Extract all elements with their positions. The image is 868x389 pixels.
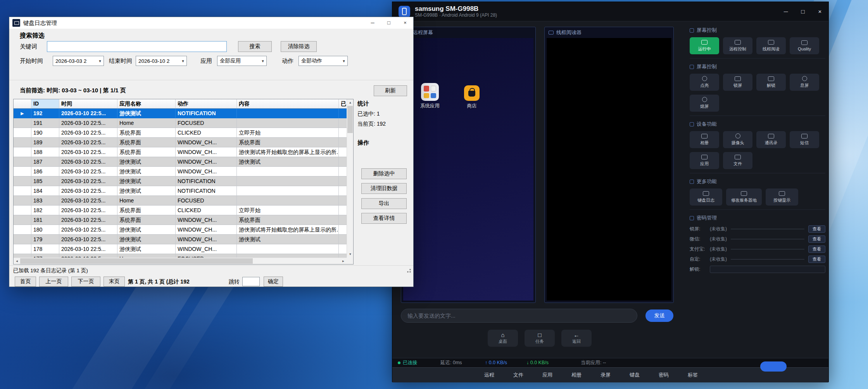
- dock-tab[interactable]: 标签: [688, 372, 698, 379]
- view-password-button[interactable]: 查看: [808, 256, 825, 263]
- start-time-picker[interactable]: 2026-03-03 2 ▾: [53, 56, 104, 66]
- log-row-189[interactable]: 1892026-03-10 22:5...系统界面WINDOW_CH...系统界…: [14, 138, 347, 147]
- dock-tab[interactable]: 键盘: [630, 372, 640, 379]
- view-password-button[interactable]: 查看: [808, 225, 825, 233]
- server-edit-button[interactable]: 修改服务器地: [726, 188, 762, 206]
- column-header-id[interactable]: ID: [31, 99, 59, 108]
- maximize-icon[interactable]: □: [381, 17, 397, 29]
- remote-control-button[interactable]: 远程控制: [723, 37, 752, 54]
- end-time-picker[interactable]: 2026-03-10 2 ▾: [136, 56, 187, 66]
- log-row-191[interactable]: 1912026-03-10 22:5...HomeFOCUSED: [14, 118, 347, 128]
- refresh-button[interactable]: 刷新: [374, 85, 407, 96]
- clear-filter-button[interactable]: 清除筛选: [281, 41, 317, 52]
- cell-id: 182: [31, 206, 59, 215]
- first-page-button[interactable]: 首页: [15, 277, 36, 287]
- dock-primary-button[interactable]: [760, 361, 787, 372]
- wireframe-button[interactable]: 线框阅读: [756, 37, 786, 54]
- home-button[interactable]: ⌂桌面: [488, 330, 518, 347]
- dock-tab[interactable]: 远程: [484, 372, 494, 379]
- sms-button[interactable]: 短信: [790, 131, 819, 148]
- camera-button[interactable]: 摄像头: [723, 131, 752, 148]
- scroll-right-icon[interactable]: ►: [340, 258, 347, 265]
- vertical-scroll-thumb[interactable]: [347, 106, 353, 133]
- log-row-183[interactable]: 1832026-03-10 22:5...HomeFOCUSED: [14, 196, 347, 206]
- screen-dim-button[interactable]: 息屏: [790, 74, 819, 91]
- log-row-179[interactable]: 1792026-03-10 22:5...游侠测试WINDOW_CH...游侠测…: [14, 235, 347, 244]
- log-row-182[interactable]: 1822026-03-10 22:5...系统界面CLICKED立即开始: [14, 206, 347, 215]
- cell-content: [237, 196, 339, 206]
- send-button[interactable]: 发送: [645, 309, 673, 322]
- prev-page-button[interactable]: 上一页: [39, 277, 68, 287]
- app-filter-select[interactable]: 全部应用 ▾: [217, 56, 267, 66]
- dock-tab[interactable]: 密码: [659, 372, 669, 379]
- column-header-app[interactable]: 应用名称: [117, 99, 176, 108]
- gallery-button[interactable]: 相册: [690, 131, 719, 148]
- keylog-button[interactable]: 键盘日志: [690, 188, 722, 206]
- contacts-button[interactable]: 通讯录: [756, 131, 786, 148]
- system-apps-shortcut[interactable]: 系统应用: [418, 83, 442, 109]
- column-header-time[interactable]: 时间: [59, 99, 117, 108]
- export-button[interactable]: 导出: [361, 198, 407, 209]
- screen-off-button[interactable]: 熄屏: [690, 95, 719, 112]
- view-password-button[interactable]: 查看: [808, 235, 825, 243]
- log-row-178[interactable]: 1782026-03-10 22:5...游侠测试WINDOW_CH...: [14, 244, 347, 254]
- apps-button[interactable]: 应用: [690, 152, 719, 169]
- connected-label: 已连接: [403, 360, 418, 365]
- running-button[interactable]: 运行中: [690, 37, 719, 54]
- scroll-up-icon[interactable]: ▲: [347, 99, 354, 106]
- next-page-button[interactable]: 下一页: [71, 277, 100, 287]
- minimize-icon[interactable]: ─: [777, 2, 794, 21]
- minimize-icon[interactable]: ─: [364, 17, 381, 29]
- keyword-input[interactable]: [47, 41, 227, 52]
- dock-tab[interactable]: 录屏: [601, 372, 611, 379]
- jump-page-input[interactable]: [242, 277, 260, 286]
- log-row-186[interactable]: 1862026-03-10 22:5...游侠测试WINDOW_CH...: [14, 167, 347, 176]
- keycast-button[interactable]: 按键显示: [766, 188, 798, 206]
- lock-button[interactable]: 锁屏: [723, 74, 752, 91]
- log-row-177[interactable]: 1772026-03-10 22:5...HomeFOCUSED: [14, 254, 347, 258]
- store-shortcut[interactable]: 商店: [460, 85, 484, 109]
- column-header-action[interactable]: 动作: [176, 99, 237, 108]
- dock-tab[interactable]: 文件: [513, 372, 523, 379]
- remote-phone-screen[interactable]: 系统应用 商店: [403, 38, 533, 301]
- resize-grip-icon[interactable]: [407, 268, 411, 273]
- log-row-187[interactable]: 1872026-03-10 22:5...游侠测试WINDOW_CH...游侠测…: [14, 157, 347, 167]
- close-icon[interactable]: ×: [397, 17, 413, 29]
- tasks-button[interactable]: □任务: [525, 330, 555, 347]
- unlock-button[interactable]: 解锁: [756, 74, 786, 91]
- scroll-left-icon[interactable]: ◄: [14, 258, 20, 265]
- scroll-down-icon[interactable]: ▼: [347, 251, 354, 258]
- log-row-184[interactable]: 1842026-03-10 22:5...游侠测试NOTIFICATION: [14, 186, 347, 196]
- log-row-181[interactable]: 1812026-03-10 22:5...系统界面WINDOW_CH...系统界…: [14, 215, 347, 225]
- row-selector-header[interactable]: [14, 99, 31, 108]
- last-page-button[interactable]: 末页: [104, 277, 125, 287]
- section-title: 屏幕控制: [690, 27, 825, 34]
- view-password-button[interactable]: 查看: [808, 246, 825, 253]
- unlock-code-input[interactable]: [710, 266, 825, 273]
- column-header-content[interactable]: 内容: [237, 99, 339, 108]
- log-row-185[interactable]: 1852026-03-10 22:5...游侠测试NOTIFICATION: [14, 176, 347, 186]
- maximize-icon[interactable]: □: [794, 2, 811, 21]
- dock-tab[interactable]: 相册: [571, 372, 582, 379]
- search-button[interactable]: 搜索: [238, 41, 272, 52]
- delete-selected-button[interactable]: 删除选中: [361, 168, 407, 179]
- log-row-192[interactable]: ▶1922026-03-10 22:5...游侠测试NOTIFICATION: [14, 109, 347, 118]
- horizontal-scrollbar[interactable]: ◄ ►: [14, 258, 347, 264]
- action-filter-select[interactable]: 全部动作 ▾: [299, 56, 348, 66]
- send-text-input[interactable]: [401, 309, 637, 323]
- files-button[interactable]: 文件: [723, 152, 752, 169]
- log-row-190[interactable]: 1902026-03-10 22:5...系统界面CLICKED立即开始: [14, 128, 347, 138]
- dock-tab[interactable]: 应用: [542, 372, 552, 379]
- horizontal-scroll-thumb[interactable]: [20, 258, 253, 264]
- wake-button[interactable]: 点亮: [690, 74, 719, 91]
- back-button[interactable]: ←返回: [561, 330, 592, 347]
- vertical-scrollbar[interactable]: ▲ ▼: [347, 99, 353, 258]
- jump-ok-button[interactable]: 确定: [264, 277, 283, 287]
- close-icon[interactable]: ×: [811, 2, 828, 21]
- log-row-180[interactable]: 1802026-03-10 22:5...游侠测试WINDOW_CH...游侠测…: [14, 225, 347, 235]
- view-details-button[interactable]: 查看详情: [361, 213, 407, 224]
- log-row-188[interactable]: 1882026-03-10 22:5...系统界面WINDOW_CH...游侠测…: [14, 147, 347, 157]
- quality-button[interactable]: Quality: [790, 37, 819, 54]
- column-header-uploaded[interactable]: 已: [339, 99, 347, 108]
- clean-old-data-button[interactable]: 清理旧数据: [361, 183, 407, 194]
